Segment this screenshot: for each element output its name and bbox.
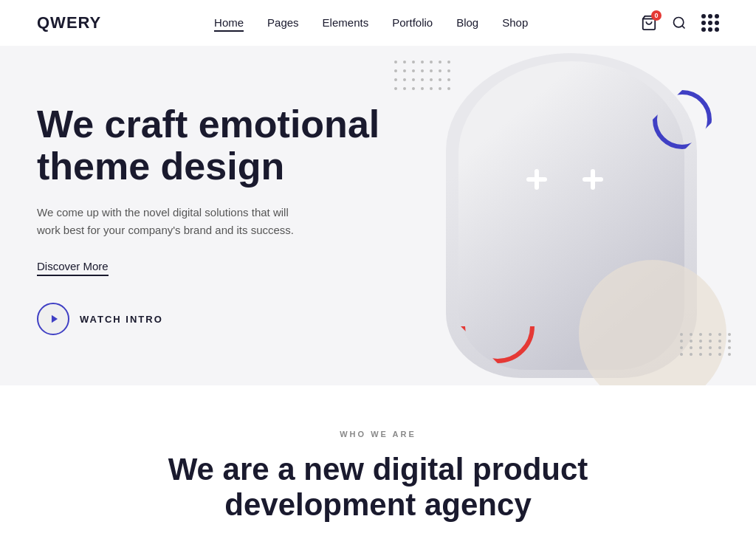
watch-intro-label: WATCH INTRO xyxy=(80,314,163,325)
hero-section: We craft emotional theme design We come … xyxy=(0,46,756,385)
grid-menu-button[interactable] xyxy=(701,14,719,32)
nav-link-shop[interactable]: Shop xyxy=(502,16,528,29)
cross-decor-1 xyxy=(526,169,547,190)
nav-item-home[interactable]: Home xyxy=(214,16,244,30)
navbar: QWERY Home Pages Elements Portfolio Blog… xyxy=(0,0,756,46)
watch-intro-button[interactable] xyxy=(37,303,69,335)
cart-badge: 0 xyxy=(651,10,662,21)
nav-item-portfolio[interactable]: Portfolio xyxy=(392,16,433,30)
hero-text-block: We craft emotional theme design We come … xyxy=(37,103,391,335)
cart-button[interactable]: 0 xyxy=(641,15,657,31)
hero-title: We craft emotional theme design xyxy=(37,103,391,188)
dot-grid-br xyxy=(680,333,734,356)
nav-item-pages[interactable]: Pages xyxy=(267,16,299,30)
nav-item-shop[interactable]: Shop xyxy=(502,16,528,30)
who-section: WHO WE ARE We are a new digital product … xyxy=(0,385,756,550)
hero-image-area xyxy=(343,46,756,385)
svg-marker-3 xyxy=(51,315,57,323)
grid-icon xyxy=(701,14,719,32)
nav-link-portfolio[interactable]: Portfolio xyxy=(392,16,433,29)
brand-logo[interactable]: QWERY xyxy=(37,13,101,32)
play-icon xyxy=(49,314,60,324)
nav-item-blog[interactable]: Blog xyxy=(456,16,478,30)
nav-actions: 0 xyxy=(641,14,719,32)
who-tag: WHO WE ARE xyxy=(37,430,719,439)
nav-link-pages[interactable]: Pages xyxy=(267,16,299,29)
who-title: We are a new digital product development… xyxy=(157,452,599,523)
nav-links: Home Pages Elements Portfolio Blog Shop xyxy=(214,16,528,30)
nav-item-elements[interactable]: Elements xyxy=(323,16,369,30)
nav-link-home[interactable]: Home xyxy=(214,16,244,32)
discover-more-link[interactable]: Discover More xyxy=(37,260,109,276)
watch-intro-container: WATCH INTRO xyxy=(37,303,391,335)
search-button[interactable] xyxy=(672,16,687,30)
svg-point-1 xyxy=(674,18,684,27)
nav-link-elements[interactable]: Elements xyxy=(323,16,369,29)
cross-decor-2 xyxy=(583,169,603,190)
hero-subtitle: We come up with the novel digital soluti… xyxy=(37,204,303,239)
search-icon xyxy=(672,16,687,30)
nav-link-blog[interactable]: Blog xyxy=(456,16,478,29)
svg-line-2 xyxy=(682,26,685,29)
